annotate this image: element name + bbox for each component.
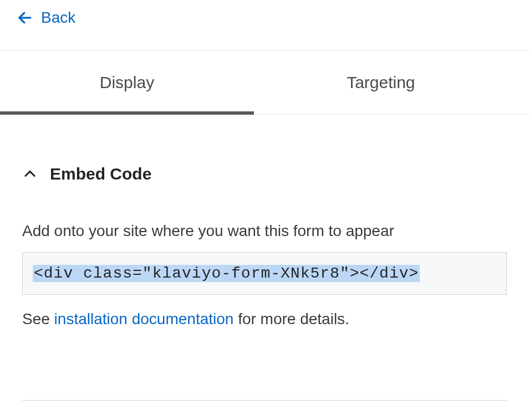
chevron-up-icon (22, 166, 38, 182)
content: Embed Code Add onto your site where you … (0, 115, 529, 401)
helper-text: See installation documentation for more … (22, 310, 507, 328)
section-header-embed-code[interactable]: Embed Code (22, 165, 507, 183)
section-title: Embed Code (50, 165, 151, 183)
back-button[interactable]: Back (17, 9, 75, 27)
embed-code-text: <div class="klaviyo-form-XNk5r8"></div> (33, 265, 420, 282)
tab-targeting-label: Targeting (347, 73, 415, 91)
helper-suffix: for more details. (233, 310, 349, 327)
tabs: Display Targeting (0, 50, 529, 115)
back-label: Back (41, 9, 75, 27)
tab-display-label: Display (100, 73, 154, 91)
arrow-left-icon (17, 9, 33, 26)
tab-targeting[interactable]: Targeting (254, 51, 508, 114)
header: Back (0, 0, 529, 50)
embed-subtitle: Add onto your site where you want this f… (22, 222, 507, 240)
divider (22, 400, 507, 401)
embed-code-box[interactable]: <div class="klaviyo-form-XNk5r8"></div> (22, 252, 507, 295)
helper-prefix: See (22, 310, 54, 327)
tab-display[interactable]: Display (0, 51, 254, 114)
installation-docs-link[interactable]: installation documentation (54, 310, 234, 327)
